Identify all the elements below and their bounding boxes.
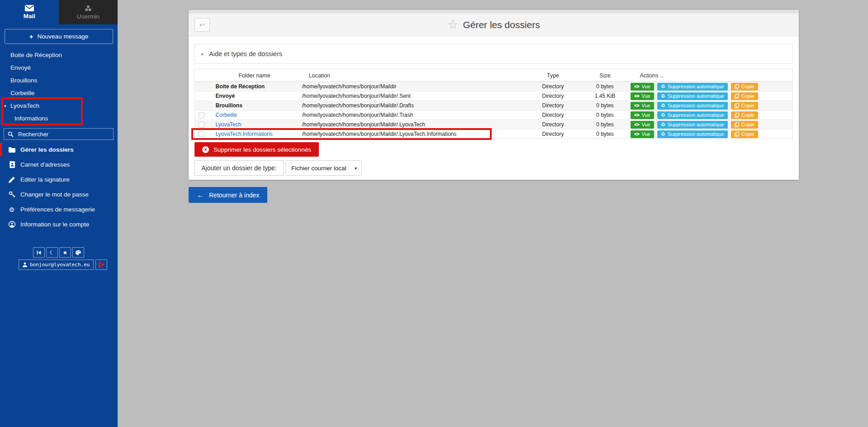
auto-delete-button[interactable]: ♻ Suppression automatique [657, 111, 728, 119]
sidebar-item-edit-signature[interactable]: Editer la signature [0, 172, 118, 187]
auto-delete-button[interactable]: ♻ Suppression automatique [657, 102, 728, 110]
search-input[interactable] [17, 130, 109, 138]
sidebar-folder-label: Informations [14, 115, 48, 122]
sidebar-folder-label: Envoyé [10, 64, 31, 71]
folder-location: /home/lyovatech/homes/bonjour/Maildir/.D… [300, 101, 526, 110]
caret-down-icon: ▾ [4, 100, 6, 112]
view-button[interactable]: Vue [631, 121, 654, 129]
column-actions: Actions .. [630, 69, 793, 82]
folder-location: /home/lyovatech/homes/bonjour/Maildir/.L… [300, 120, 526, 130]
table-row: Brouillons /home/lyovatech/homes/bonjour… [195, 101, 793, 110]
folder-size: 0 bytes [580, 110, 630, 120]
logout-button[interactable] [95, 259, 107, 270]
copy-button[interactable]: Copie [731, 121, 758, 129]
add-folder-row: Ajouter un dossier de type: Fichier cour… [194, 160, 793, 176]
copy-button[interactable]: Copie [731, 102, 758, 110]
delete-selected-label: Supprimer les dossiers sélectionnés [213, 146, 311, 153]
eye-icon [634, 104, 640, 107]
return-to-index-button[interactable]: ← Retourner à index [189, 187, 267, 203]
theme-palette-icon[interactable] [72, 247, 84, 258]
folder-type-select[interactable]: Fichier courrier local ▾ [285, 160, 362, 176]
view-button[interactable]: Vue [631, 102, 654, 110]
folder-name[interactable]: LyovaTech [216, 121, 242, 128]
back-button[interactable]: ↩ [194, 18, 210, 32]
sidebar-folder-item[interactable]: Brouillons [0, 74, 118, 87]
row-checkbox[interactable] [199, 131, 204, 137]
compose-label: Nouveau message [38, 33, 89, 40]
folders-table: Folder name Location Type Size Actions .… [194, 69, 793, 139]
favorites-star-icon[interactable]: ★ [59, 247, 71, 258]
folder-type: Directory [526, 82, 580, 91]
copy-icon [735, 84, 739, 89]
sidebar-folder-label: LyovaTech [10, 102, 39, 109]
row-checkbox[interactable] [199, 122, 204, 128]
table-row: LyovaTech.Informations /home/lyovatech/h… [195, 130, 793, 139]
copy-icon [735, 132, 739, 137]
tab-mail[interactable]: Mail [0, 0, 59, 24]
sidebar-folder-item[interactable]: Envoyé [0, 62, 118, 74]
sidebar-item-manage-folders[interactable]: Gérer les dossiers [0, 142, 118, 157]
person-icon [23, 262, 27, 267]
folder-location: /home/lyovatech/homes/bonjour/Maildir [300, 82, 526, 91]
content-panel: ↩ ☆ Gérer les dossiers ▸ Aide et types d… [189, 10, 799, 180]
tab-usermin[interactable]: Usermin [59, 0, 118, 24]
recycle-icon: ♻ [661, 84, 665, 89]
eye-icon [634, 132, 640, 136]
sidebar-item-address-book[interactable]: Carnet d'adresses [0, 157, 118, 172]
delete-selected-button[interactable]: × Supprimer les dossiers sélectionnés [194, 142, 319, 157]
sidebar-item-account-information[interactable]: Information sur le compte [0, 217, 118, 232]
copy-button[interactable]: Copie [731, 111, 758, 119]
auto-delete-button[interactable]: ♻ Suppression automatique [657, 92, 728, 100]
sidebar-item-mail-preferences[interactable]: ⚙ Préférences de messagerie [0, 202, 118, 217]
view-button[interactable]: Vue [631, 92, 654, 100]
pencil-icon [8, 176, 15, 183]
table-row: Boite de Réception /home/lyovatech/homes… [195, 82, 793, 91]
view-button[interactable]: Vue [631, 130, 654, 138]
sidebar-item-change-password[interactable]: Changer le mot de passe [0, 187, 118, 202]
view-button[interactable]: Vue [631, 111, 654, 119]
row-checkbox[interactable] [199, 112, 204, 118]
collapse-sidebar-icon[interactable] [33, 247, 45, 258]
folder-type: Directory [526, 120, 580, 130]
copy-button[interactable]: Copie [731, 83, 758, 91]
folder-size: 0 bytes [580, 101, 630, 110]
panel-top-strip [189, 10, 799, 14]
eye-icon [634, 94, 640, 98]
folder-name[interactable]: LyovaTech.Informations [216, 131, 273, 137]
folder-size: 0 bytes [580, 130, 630, 139]
folder-type-selected-value: Fichier courrier local [291, 165, 346, 172]
folder-size: 1.45 KiB [580, 91, 630, 101]
panel-body: ▸ Aide et types de dossiers Folder name … [189, 36, 799, 176]
x-circle-icon: × [202, 146, 209, 153]
auto-delete-button[interactable]: ♻ Suppression automatique [657, 130, 728, 138]
sidebar-folder-item[interactable]: Informations [0, 112, 118, 125]
sidebar-item-label: Changer le mot de passe [20, 191, 89, 198]
recycle-icon: ♻ [661, 132, 665, 137]
folder-name: Envoyé [216, 93, 235, 99]
copy-button[interactable]: Copie [731, 92, 758, 100]
folder-size: 0 bytes [580, 120, 630, 130]
night-mode-icon[interactable]: ☾ [46, 247, 58, 258]
recycle-icon: ♻ [661, 113, 665, 118]
copy-button[interactable]: Copie [731, 130, 758, 138]
view-button[interactable]: Vue [631, 83, 654, 91]
account-button[interactable]: bonjour@lyovatech.eu [19, 259, 94, 270]
title-wrap: ☆ Gérer les dossiers [447, 19, 540, 31]
compose-button[interactable]: + Nouveau message [5, 29, 113, 44]
auto-delete-button[interactable]: ♻ Suppression automatique [657, 83, 728, 91]
chevron-down-icon: ▾ [355, 166, 357, 171]
help-panel-toggle[interactable]: ▸ Aide et types de dossiers [194, 44, 793, 64]
auto-delete-button[interactable]: ♻ Suppression automatique [657, 121, 728, 129]
sidebar-folder-item[interactable]: ▾ LyovaTech [0, 100, 118, 112]
column-checkbox-header [195, 69, 209, 82]
favorite-star-icon[interactable]: ☆ [447, 19, 458, 31]
search-icon [8, 131, 14, 137]
sidebar-item-label: Carnet d'adresses [20, 161, 70, 168]
folder-list: Boite de Réception Envoyé Brouillons Cor… [0, 49, 118, 125]
folder-name[interactable]: Corbeille [216, 112, 237, 118]
sidebar-folder-item[interactable]: Corbeille [0, 87, 118, 100]
help-panel-label: Aide et types de dossiers [209, 50, 282, 58]
sidebar-folder-item[interactable]: Boite de Réception [0, 49, 118, 62]
column-folder-name: Folder name [209, 69, 300, 82]
folder-location: /home/lyovatech/homes/bonjour/Maildir/.T… [300, 110, 526, 120]
